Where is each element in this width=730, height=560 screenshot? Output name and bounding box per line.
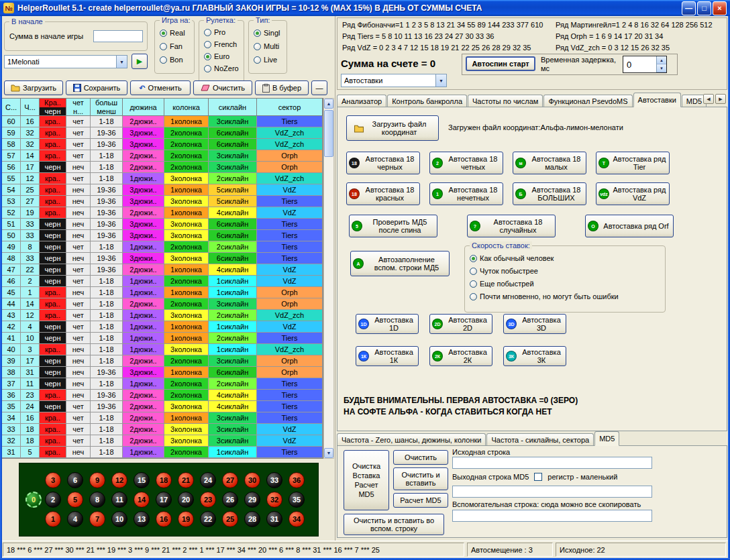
delay-spinner[interactable]: 0 ▲ ▼ bbox=[623, 56, 667, 73]
board-number-1[interactable]: 1 bbox=[45, 511, 61, 527]
table-row[interactable]: 5832кра..чет19-363дюжи..2колонка6сиклайн… bbox=[2, 139, 323, 150]
table-row[interactable]: 3524чернчет19-362дюжи..3колонка4сиклайнT… bbox=[2, 401, 323, 412]
table-row[interactable]: 3831черннеч19-363дюжи..1колонка6сиклайнO… bbox=[2, 367, 323, 378]
table-scrollbar[interactable]: ▲ ▼ bbox=[323, 98, 334, 459]
load-coords-button[interactable]: Загрузить файл координат bbox=[346, 115, 439, 141]
radio-nozero[interactable]: NoZero bbox=[204, 64, 239, 72]
board-number-12[interactable]: 12 bbox=[111, 472, 127, 488]
board-number-8[interactable]: 8 bbox=[89, 492, 105, 508]
board-number-16[interactable]: 16 bbox=[156, 511, 172, 527]
radio-pro[interactable]: Pro bbox=[204, 28, 225, 36]
table-row[interactable]: 498чернчет1-181дюжи..2колонка2сиклайнTie… bbox=[2, 241, 323, 253]
spinner-down-button[interactable]: ▼ bbox=[657, 64, 666, 72]
tab-scroll-right-button[interactable]: ▶ bbox=[715, 94, 726, 104]
autobet-button[interactable]: 5Проверить МД5 после спина bbox=[349, 215, 437, 237]
scroll-thumb[interactable] bbox=[324, 110, 333, 157]
tab-bankroll-control[interactable]: Контроль банкролла bbox=[387, 95, 467, 107]
md5-clear-paste-aux-button[interactable]: Очистить и вставить во вспом. строку bbox=[344, 514, 444, 535]
minimize-button[interactable]: — bbox=[682, 1, 696, 15]
board-number-34[interactable]: 34 bbox=[289, 511, 305, 527]
register-checkbox[interactable] bbox=[534, 473, 542, 481]
board-number-35[interactable]: 35 bbox=[289, 492, 305, 508]
radio-bon[interactable]: Bon bbox=[160, 56, 183, 64]
table-row[interactable]: 4414кра..чет1-182дюжи..2колонка3сиклайнO… bbox=[2, 298, 323, 310]
md5-clear-button[interactable]: Очистить bbox=[393, 450, 448, 465]
autobet-button[interactable]: 3КАвтоставка 3К bbox=[503, 346, 566, 366]
spinner-up-button[interactable]: ▲ bbox=[657, 56, 666, 64]
table-row[interactable]: 5932кра..чет19-363дюжи..2колонка6сиклайн… bbox=[2, 127, 323, 139]
autobet-button[interactable]: 2Автоставка 18 четных bbox=[429, 152, 503, 174]
autobet-button[interactable]: 3DАвтоставка 3D bbox=[503, 314, 566, 334]
autobet-button[interactable]: ?Автоставка 18 случайных bbox=[467, 215, 556, 237]
autobet-button[interactable]: БАвтоставка 18 БОЛЬШИХ bbox=[513, 182, 586, 205]
autobet-button[interactable]: AАвтозаполнение вспом. строки МД5 bbox=[350, 251, 450, 276]
radio-speed-normal[interactable]: Как обычный человек bbox=[470, 254, 554, 262]
tab-md5-bottom[interactable]: MD5 bbox=[594, 431, 619, 446]
board-number-24[interactable]: 24 bbox=[200, 472, 216, 488]
scroll-up-button[interactable]: ▲ bbox=[324, 99, 333, 109]
autobet-button[interactable]: TАвтоставка ряд Tier bbox=[596, 152, 670, 174]
tab-freq-sixlines-sectors[interactable]: Частота - сиклайны, сектора bbox=[486, 433, 594, 446]
table-row[interactable]: 3318кра..чет1-182дюжи..3колонка3сиклайнV… bbox=[2, 424, 323, 435]
tab-psevdoms[interactable]: Функционал PsevdoMS bbox=[543, 95, 632, 107]
table-row[interactable]: 5617черннеч1-182дюжи..2колонка3сиклайнOr… bbox=[2, 162, 323, 173]
save-button[interactable]: Сохранить bbox=[66, 80, 127, 95]
col-header-column[interactable]: колонка bbox=[164, 99, 209, 115]
radio-fan[interactable]: Fan bbox=[160, 42, 182, 50]
board-number-10[interactable]: 10 bbox=[111, 511, 127, 527]
maximize-button[interactable]: □ bbox=[697, 1, 711, 15]
board-number-4[interactable]: 4 bbox=[67, 511, 83, 527]
board-number-33[interactable]: 33 bbox=[266, 472, 282, 488]
board-number-26[interactable]: 26 bbox=[222, 492, 238, 508]
mode-combo[interactable]: Автоставки ▼ bbox=[341, 74, 447, 87]
col-header-sixline[interactable]: сиклайн bbox=[209, 99, 257, 115]
board-number-30[interactable]: 30 bbox=[244, 472, 260, 488]
tab-freq-zero-chances[interactable]: Частота - Zero, шансы, дюжины, колонки bbox=[337, 433, 486, 446]
board-number-19[interactable]: 19 bbox=[178, 511, 194, 527]
md5-calc-button[interactable]: Расчет MD5 bbox=[393, 493, 448, 508]
board-number-2[interactable]: 2 bbox=[45, 492, 61, 508]
close-button[interactable]: × bbox=[713, 1, 727, 15]
board-number-11[interactable]: 11 bbox=[111, 492, 127, 508]
tab-analyzer[interactable]: Анализатор bbox=[337, 95, 386, 107]
autobet-button[interactable]: мАвтоставка 18 малых bbox=[513, 152, 586, 174]
tab-scroll-left-button[interactable]: ◀ bbox=[703, 94, 714, 104]
board-number-3[interactable]: 3 bbox=[45, 472, 61, 488]
md5-output-input[interactable] bbox=[452, 486, 652, 498]
tab-number-frequencies[interactable]: Частоты по числам bbox=[468, 95, 543, 107]
col-header-number[interactable]: Ч... bbox=[21, 99, 40, 115]
col-header-color[interactable]: Кра.. черн bbox=[40, 99, 66, 115]
autospin-start-button[interactable]: Автоспин старт bbox=[466, 56, 535, 71]
radio-speed-even-faster[interactable]: Еще побыстрей bbox=[470, 280, 534, 288]
table-row[interactable]: 4722чернчет19-362дюжи..1колонка4сиклайнV… bbox=[2, 264, 323, 276]
table-row[interactable]: 5425кра..неч19-363дюжи..1колонка5сиклайн… bbox=[2, 184, 323, 196]
autobet-button[interactable]: OАвтоставка ряд Orf bbox=[585, 215, 674, 237]
md5-aux-input[interactable] bbox=[452, 510, 652, 522]
board-number-0[interactable]: 0 bbox=[25, 492, 42, 508]
delay-value[interactable]: 0 bbox=[623, 56, 656, 72]
chevron-down-icon[interactable]: ▼ bbox=[435, 74, 446, 87]
autobet-button[interactable]: 2КАвтоставка 2К bbox=[429, 346, 492, 366]
table-row[interactable]: 462чернчет1-181дюжи..2колонка1сиклайнVdZ bbox=[2, 276, 323, 287]
board-number-6[interactable]: 6 bbox=[67, 472, 83, 488]
table-row[interactable]: 4110чернчет1-181дюжи..1колонка2сиклайнTi… bbox=[2, 333, 323, 344]
col-header-highlow[interactable]: больш менш bbox=[91, 99, 123, 115]
chevron-down-icon[interactable]: ▼ bbox=[116, 56, 127, 68]
play-button[interactable]: ▶ bbox=[132, 54, 148, 69]
table-row[interactable]: 5512кра..чет1-181дюжи..3колонка2сиклайнV… bbox=[2, 173, 323, 184]
col-header-dozen[interactable]: дюжина bbox=[123, 99, 164, 115]
board-number-7[interactable]: 7 bbox=[89, 511, 105, 527]
board-number-18[interactable]: 18 bbox=[156, 472, 172, 488]
radio-euro[interactable]: Euro bbox=[204, 52, 229, 60]
table-row[interactable]: 5327кра..неч19-363дюжи..3колонка5сиклайн… bbox=[2, 196, 323, 207]
board-number-25[interactable]: 25 bbox=[222, 511, 238, 527]
board-number-32[interactable]: 32 bbox=[266, 492, 282, 508]
start-sum-input[interactable] bbox=[93, 30, 143, 42]
table-row[interactable]: 5714кра..чет1-182дюжи..2колонка3сиклайнO… bbox=[2, 150, 323, 162]
clear-button[interactable]: Очистить bbox=[193, 80, 252, 95]
board-number-17[interactable]: 17 bbox=[156, 492, 172, 508]
autobet-button[interactable]: 18Автоставка 18 черных bbox=[346, 152, 420, 174]
board-number-14[interactable]: 14 bbox=[134, 492, 150, 508]
autobet-button[interactable]: 1КАвтоставка 1К bbox=[356, 346, 419, 366]
table-row[interactable]: 4312кра..чет1-181дюжи..3колонка2сиклайнV… bbox=[2, 310, 323, 321]
